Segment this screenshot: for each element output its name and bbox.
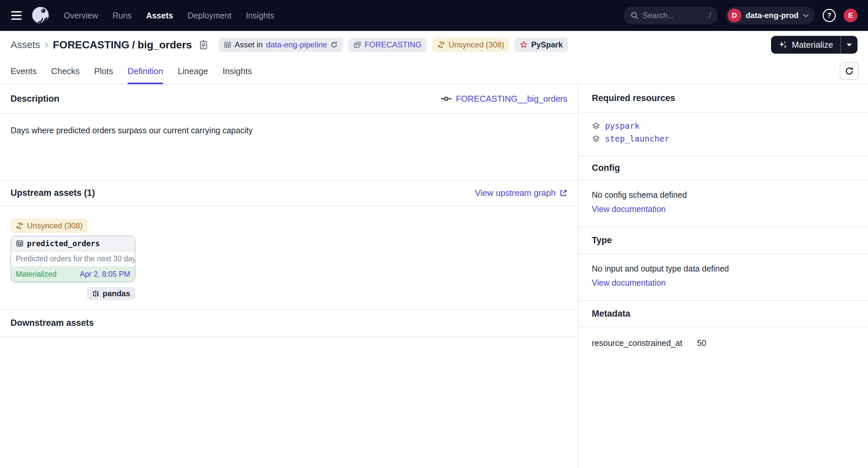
user-avatar[interactable]: E — [844, 8, 858, 22]
app-window: Overview Runs Assets Deployment Insights… — [0, 0, 868, 468]
upstream-sync-badge[interactable]: Unsynced (308) — [10, 218, 88, 233]
metadata-title: Metadata — [592, 309, 630, 319]
definition-view: Description FORECASTING__big_orders Days… — [0, 84, 868, 468]
materialization-timestamp-link[interactable]: Apr 2, 8:05 PM — [80, 270, 130, 279]
upstream-sync-label: Unsynced (308) — [27, 221, 83, 230]
description-body: Days where predicted orders surpass our … — [0, 114, 578, 181]
config-view-documentation-link[interactable]: View documentation — [592, 204, 666, 214]
sparkles-icon — [778, 40, 787, 49]
tag-compute-kind[interactable]: PySpark — [515, 37, 568, 52]
search-shortcut-hint: / — [709, 11, 711, 20]
nav-item-deployment[interactable]: Deployment — [188, 11, 231, 21]
resource-layers-icon — [592, 135, 600, 143]
group-table-icon — [353, 41, 361, 49]
job-link[interactable]: FORECASTING__big_orders — [441, 94, 567, 104]
job-graph-icon — [441, 96, 452, 101]
tab-definition[interactable]: Definition — [128, 59, 163, 84]
downstream-section-header: Downstream assets — [0, 310, 578, 337]
search-box[interactable]: / — [624, 7, 718, 24]
description-text: Days where predicted orders surpass our … — [10, 126, 252, 135]
asset-header-row: Assets › FORECASTING/big_orders Asset in — [0, 31, 868, 59]
tag-sync-label: Unsynced (308) — [448, 40, 504, 49]
resource-name[interactable]: pyspark — [605, 121, 640, 131]
topbar-right-cluster: / D data-eng-prod ? E — [624, 7, 858, 24]
type-view-documentation-link[interactable]: View documentation — [592, 278, 666, 288]
tab-lineage[interactable]: Lineage — [178, 59, 208, 84]
asset-card-tag-row: pandas — [10, 287, 135, 300]
deployment-name: data-eng-prod — [746, 11, 799, 20]
upstream-asset-name[interactable]: predicted_orders — [27, 239, 100, 248]
upstream-asset-card[interactable]: predicted_orders Predicted orders for th… — [10, 236, 135, 282]
tag-group-label[interactable]: FORECASTING — [365, 40, 422, 49]
view-upstream-graph-link[interactable]: View upstream graph — [475, 188, 567, 198]
metadata-section-header: Metadata — [579, 301, 868, 327]
deployment-switcher[interactable]: D data-eng-prod — [725, 7, 815, 24]
pandas-tag[interactable]: pandas — [87, 287, 135, 300]
asset-tags: Asset in data-eng-pipeline — [218, 37, 568, 52]
right-pane: Required resources pyspark — [579, 84, 868, 468]
asset-key-separator: / — [132, 39, 135, 51]
view-upstream-graph-label: View upstream graph — [475, 188, 556, 198]
tag-asset-in-pipeline[interactable]: Asset in data-eng-pipeline — [218, 37, 343, 52]
type-empty-message: No input and output type data defined — [592, 264, 855, 273]
metadata-value: 50 — [697, 338, 706, 348]
resource-name[interactable]: step_launcher — [605, 134, 670, 144]
tab-events[interactable]: Events — [10, 59, 37, 84]
upstream-asset-description-text: Predicted orders for the next 30 day... — [16, 255, 135, 263]
metadata-table: resource_constrained_at 50 — [579, 327, 868, 359]
upstream-title: Upstream assets (1) — [10, 188, 95, 198]
pyspark-star-icon — [520, 41, 528, 49]
pandas-tag-label: pandas — [102, 289, 130, 298]
asset-tabs: Events Checks Plots Definition Lineage I… — [0, 59, 868, 84]
unsynced-icon — [16, 222, 24, 230]
tag-asset-in-prefix: Asset in — [235, 40, 263, 49]
menu-icon[interactable] — [10, 9, 22, 22]
materialize-button[interactable]: Materialize — [771, 36, 840, 54]
upstream-section-header: Upstream assets (1) View upstream graph — [0, 181, 578, 206]
config-content: No config schema defined View documentat… — [579, 180, 868, 227]
job-link-label[interactable]: FORECASTING__big_orders — [456, 94, 567, 104]
pandas-icon — [92, 290, 99, 297]
primary-nav: Overview Runs Assets Deployment Insights — [64, 11, 274, 21]
asset-name: big_orders — [137, 39, 192, 51]
type-content: No input and output type data defined Vi… — [579, 254, 868, 301]
nav-item-assets[interactable]: Assets — [146, 11, 173, 21]
breadcrumb-assets-link[interactable]: Assets — [10, 39, 40, 50]
refresh-icon — [845, 66, 854, 76]
resource-item-pyspark[interactable]: pyspark — [592, 121, 855, 131]
nav-item-overview[interactable]: Overview — [64, 11, 98, 21]
upstream-asset-description: Predicted orders for the next 30 day... — [11, 252, 135, 267]
page-title: FORECASTING/big_orders — [53, 39, 192, 51]
materialize-dropdown-button[interactable] — [841, 36, 858, 54]
reload-pipeline-icon[interactable] — [331, 41, 338, 48]
description-title: Description — [10, 94, 60, 104]
left-pane: Description FORECASTING__big_orders Days… — [0, 84, 579, 468]
config-section-header: Config — [579, 156, 868, 180]
refresh-button[interactable] — [840, 62, 859, 80]
type-section-header: Type — [579, 227, 868, 254]
dagster-logo-icon[interactable] — [31, 6, 50, 25]
help-icon[interactable]: ? — [823, 9, 836, 22]
copy-asset-key-icon[interactable] — [198, 40, 209, 50]
config-empty-message: No config schema defined — [592, 190, 855, 200]
chevron-down-icon — [846, 43, 852, 47]
asset-card-header: predicted_orders — [11, 236, 135, 252]
upstream-content: Unsynced (308) predicted_orders Pr — [0, 206, 578, 310]
nav-item-insights[interactable]: Insights — [246, 11, 274, 21]
tag-asset-group[interactable]: FORECASTING — [348, 37, 427, 52]
asset-group-name[interactable]: FORECASTING — [53, 39, 129, 51]
resource-item-step-launcher[interactable]: step_launcher — [592, 134, 855, 144]
avatar-initial: E — [848, 11, 853, 20]
search-input[interactable] — [643, 11, 705, 20]
tag-compute-label: PySpark — [531, 40, 563, 49]
tab-plots[interactable]: Plots — [94, 59, 113, 84]
materialized-status: Materialized — [16, 270, 57, 279]
resources-title: Required resources — [592, 93, 675, 103]
pipeline-link[interactable]: data-eng-pipeline — [266, 40, 327, 49]
tab-insights[interactable]: Insights — [223, 59, 252, 84]
tab-checks[interactable]: Checks — [51, 59, 80, 84]
materialize-label: Materialize — [792, 40, 833, 50]
resources-list: pyspark step_launcher — [579, 113, 868, 156]
tag-sync-status[interactable]: Unsynced (308) — [432, 37, 509, 52]
nav-item-runs[interactable]: Runs — [113, 11, 131, 21]
